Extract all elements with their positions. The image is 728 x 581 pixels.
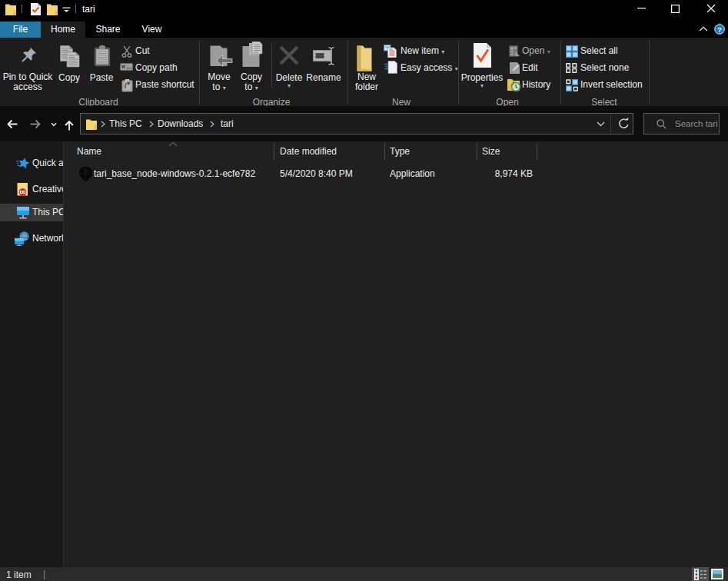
svg-text:?: ?: [717, 25, 722, 34]
